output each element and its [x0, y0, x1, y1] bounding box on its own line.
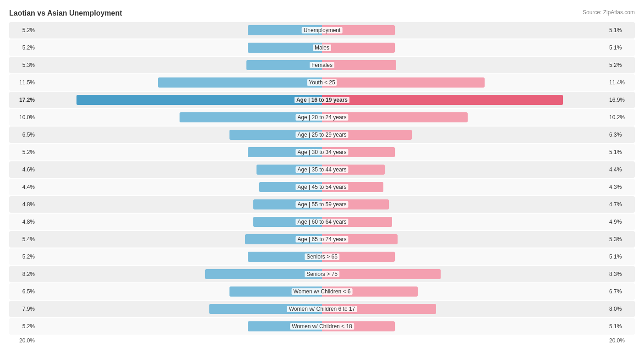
right-bar-wrap [322, 22, 607, 39]
right-bar-wrap [322, 231, 607, 248]
left-bar [253, 199, 322, 209]
right-value: 8.0% [607, 306, 635, 312]
right-value: 6.7% [607, 288, 635, 295]
right-bar-wrap [322, 127, 607, 143]
left-value: 5.2% [9, 27, 37, 33]
left-value: 4.8% [9, 201, 37, 208]
left-bar [248, 321, 322, 331]
left-value: 4.8% [9, 219, 37, 225]
right-bar [322, 234, 398, 244]
right-bar [322, 130, 412, 140]
chart-row: 11.5%Youth < 2511.4% [9, 74, 635, 91]
chart-row: 5.2%Women w/ Children < 185.1% [9, 318, 635, 335]
right-value: 5.1% [607, 149, 635, 155]
left-bar-wrap [37, 318, 322, 335]
right-bar [322, 95, 563, 105]
left-value: 6.5% [9, 288, 37, 295]
right-bar-wrap [322, 283, 607, 300]
left-bar-wrap [37, 231, 322, 248]
right-value: 5.1% [607, 27, 635, 33]
right-bar-wrap [322, 144, 607, 160]
bars-area: Age | 45 to 54 years [37, 179, 607, 195]
left-bar [257, 165, 322, 175]
left-bar-wrap [37, 248, 322, 265]
right-value: 5.3% [607, 236, 635, 242]
bars-area: Women w/ Children < 6 [37, 283, 607, 300]
chart-row: 5.2%Males5.1% [9, 39, 635, 56]
bars-area: Age | 65 to 74 years [37, 231, 607, 248]
right-value: 4.4% [607, 166, 635, 173]
left-bar [229, 130, 322, 140]
right-bar [322, 269, 441, 279]
left-value: 5.2% [9, 323, 37, 330]
bars-area: Age | 20 to 24 years [37, 109, 607, 126]
right-bar [322, 182, 383, 192]
left-bar-wrap [37, 266, 322, 282]
left-bar [205, 269, 322, 279]
axis-left: 20.0% [9, 337, 37, 344]
right-bar [322, 199, 389, 209]
left-bar [76, 95, 322, 105]
source-text: Source: ZipAtlas.com [583, 9, 635, 16]
left-value: 8.2% [9, 271, 37, 277]
bars-area: Age | 60 to 64 years [37, 214, 607, 230]
left-bar-wrap [37, 109, 322, 126]
chart-row: 10.0%Age | 20 to 24 years10.2% [9, 109, 635, 126]
left-bar [229, 286, 322, 297]
chart-row: 5.2%Unemployment5.1% [9, 22, 635, 39]
right-value: 8.3% [607, 271, 635, 277]
right-bar-wrap [322, 179, 607, 195]
right-bar-wrap [322, 318, 607, 335]
bars-area: Unemployment [37, 22, 607, 39]
right-value: 4.7% [607, 201, 635, 208]
left-bar [248, 147, 322, 157]
left-bar-wrap [37, 283, 322, 300]
left-value: 4.4% [9, 184, 37, 190]
right-value: 5.1% [607, 44, 635, 51]
chart-row: 4.8%Age | 60 to 64 years4.9% [9, 214, 635, 230]
left-bar [180, 112, 322, 122]
bars-area: Females [37, 57, 607, 73]
right-value: 5.1% [607, 253, 635, 260]
right-bar [322, 60, 396, 70]
right-value: 6.3% [607, 132, 635, 138]
chart-row: 8.2%Seniors > 758.3% [9, 266, 635, 282]
left-bar-wrap [37, 161, 322, 178]
right-value: 16.9% [607, 97, 635, 103]
bars-area: Males [37, 39, 607, 56]
right-bar-wrap [322, 74, 607, 91]
bars-area: Age | 55 to 59 years [37, 196, 607, 213]
right-bar [322, 304, 436, 314]
left-bar-wrap [37, 179, 322, 195]
bars-area: Age | 16 to 19 years [37, 92, 607, 108]
left-bar-wrap [37, 39, 322, 56]
chart-row: 6.5%Women w/ Children < 66.7% [9, 283, 635, 300]
chart-row: 5.2%Age | 30 to 34 years5.1% [9, 144, 635, 160]
chart-row: 4.6%Age | 35 to 44 years4.4% [9, 161, 635, 178]
left-value: 5.2% [9, 253, 37, 260]
left-bar-wrap [37, 301, 322, 317]
left-bar-wrap [37, 144, 322, 160]
right-bar-wrap [322, 161, 607, 178]
chart-area: 5.2%Unemployment5.1%5.2%Males5.1%5.3%Fem… [9, 22, 635, 335]
left-bar-wrap [37, 22, 322, 39]
left-bar [248, 25, 322, 35]
left-value: 10.0% [9, 114, 37, 121]
left-value: 11.5% [9, 79, 37, 86]
left-value: 5.4% [9, 236, 37, 242]
left-value: 7.9% [9, 306, 37, 312]
bars-area: Women w/ Children 6 to 17 [37, 301, 607, 317]
left-bar [245, 234, 322, 244]
left-value: 5.2% [9, 149, 37, 155]
right-bar-wrap [322, 301, 607, 317]
right-value: 5.1% [607, 323, 635, 330]
chart-row: 4.8%Age | 55 to 59 years4.7% [9, 196, 635, 213]
right-bar [322, 252, 395, 262]
right-bar-wrap [322, 109, 607, 126]
left-bar [259, 182, 322, 192]
left-value: 5.3% [9, 62, 37, 68]
axis-right: 20.0% [607, 337, 635, 344]
left-bar-wrap [37, 92, 322, 108]
left-bar [158, 77, 322, 88]
left-value: 6.5% [9, 132, 37, 138]
